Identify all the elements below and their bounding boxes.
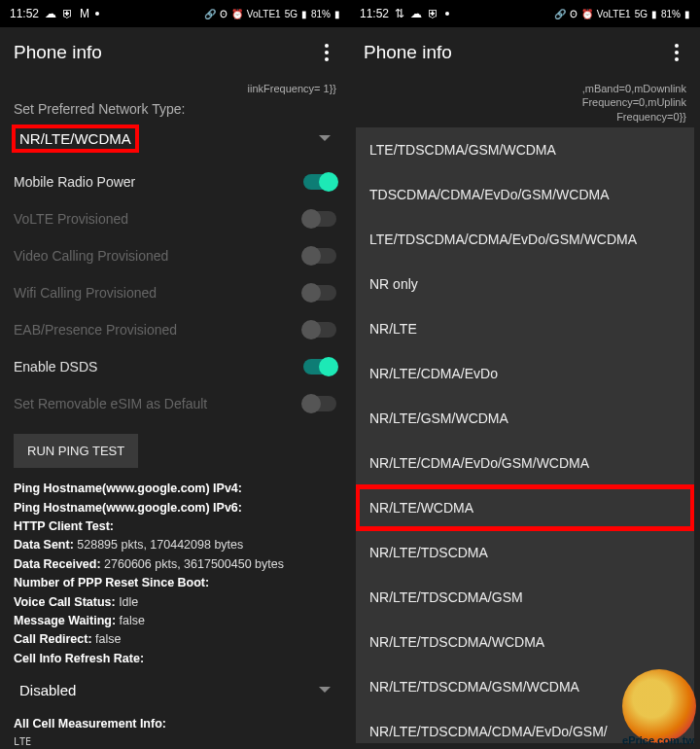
network-type-option[interactable]: NR only <box>356 262 694 306</box>
status-time: 11:52 <box>10 7 39 20</box>
mail-icon: M <box>80 7 89 20</box>
network-type-option[interactable]: NR/LTE/CDMA/EvDo <box>356 351 694 396</box>
status-time: 11:52 <box>360 7 389 20</box>
toggle-row: Enable DSDS <box>14 348 336 385</box>
data-recv-label: Data Received: <box>14 557 101 571</box>
toggle-switch <box>303 285 336 301</box>
chevron-down-icon <box>319 135 331 141</box>
network-type-option[interactable]: NR/LTE/TDSCDMA/GSM <box>356 575 694 620</box>
voice-call-status-value: Idle <box>116 595 139 609</box>
toggle-switch <box>303 396 336 411</box>
toggle-row: Wifi Calling Provisioned <box>14 274 336 311</box>
status-bar: 11:52 ☁ ⛨ M 🔗 ʘ ⏰ VoLTE1 5G ▮ 81% ▮ <box>0 0 350 27</box>
cat-icon: ʘ <box>570 9 578 19</box>
app-bar: Phone info <box>0 27 350 78</box>
toggle-label: VoLTE Provisioned <box>14 211 128 227</box>
toggle-row: VoLTE Provisioned <box>14 200 336 237</box>
notif-dot-icon <box>445 12 449 16</box>
alarm-icon: ⏰ <box>231 9 243 19</box>
battery-icon: ▮ <box>334 9 340 19</box>
right-panel: 11:52 ⇅ ☁ ⛨ 🔗 ʘ ⏰ VoLTE1 5G ▮ 81% ▮ Phon… <box>350 0 700 749</box>
pref-network-dropdown[interactable]: NR/LTE/WCDMA <box>14 121 336 156</box>
msg-waiting-label: Message Waiting: <box>14 614 116 627</box>
pref-network-label: Set Preferred Network Type: <box>14 101 336 117</box>
toggle-switch[interactable] <box>303 359 336 374</box>
voice-call-status-label: Voice Call Status: <box>14 595 116 609</box>
data-sent-label: Data Sent: <box>14 538 74 552</box>
toggle-label: Mobile Radio Power <box>14 174 135 190</box>
toggle-switch[interactable] <box>303 174 336 190</box>
volte-icon: VoLTE1 <box>247 9 281 19</box>
more-vert-icon[interactable] <box>317 36 336 69</box>
content-scroll[interactable]: iinkFrequency= 1}} Set Preferred Network… <box>0 78 350 749</box>
refresh-rate-dropdown[interactable]: Disabled <box>14 672 336 707</box>
overflow-text: ,mBand=0,mDownlink Frequency=0,mUplink F… <box>350 82 700 124</box>
cloud-icon: ☁ <box>45 7 56 20</box>
data-sent-value: 528895 pkts, 170442098 bytes <box>74 538 243 552</box>
call-redirect-value: false <box>92 632 122 646</box>
battery-icon: ▮ <box>684 9 690 19</box>
cat-icon: ʘ <box>220 9 228 19</box>
updown-icon: ⇅ <box>395 7 404 20</box>
cell-measurement-table: LTE SRV MCC MNC TAC CID PCI EARFCN BW RS… <box>14 735 336 749</box>
notif-dot-icon <box>95 12 99 16</box>
ping-v4-label: Ping Hostname(www.google.com) IPv4: <box>14 482 242 495</box>
shield-icon: ⛨ <box>428 7 439 20</box>
refresh-rate-label: Cell Info Refresh Rate: <box>14 652 144 665</box>
toggle-label: Wifi Calling Provisioned <box>14 285 157 301</box>
toggle-switch <box>303 248 336 264</box>
run-ping-button[interactable]: RUN PING TEST <box>14 434 138 468</box>
more-vert-icon[interactable] <box>667 36 686 69</box>
toggle-label: EAB/Presence Provisioned <box>14 322 177 338</box>
toggle-switch <box>303 322 336 338</box>
toggle-label: Enable DSDS <box>14 359 97 374</box>
msg-waiting-value: false <box>116 614 145 627</box>
signal-bars-icon: ▮ <box>651 9 657 19</box>
data-recv-value: 2760606 pkts, 3617500450 bytes <box>101 557 284 571</box>
chevron-down-icon <box>319 687 331 693</box>
network-type-option[interactable]: LTE/TDSCDMA/GSM/WCDMA <box>356 127 694 172</box>
signal-5g-icon: 5G <box>635 9 648 19</box>
ping-v6-label: Ping Hostname(www.google.com) IPv6: <box>14 501 242 515</box>
page-title: Phone info <box>364 42 452 63</box>
network-type-option[interactable]: NR/LTE/CDMA/EvDo/GSM/WCDMA <box>356 441 694 485</box>
network-type-option[interactable]: NR/LTE/GSM/WCDMA <box>356 396 694 441</box>
battery-text: 81% <box>311 9 331 19</box>
network-type-list[interactable]: LTE/TDSCDMA/GSM/WCDMATDSCDMA/CDMA/EvDo/G… <box>356 127 694 743</box>
signal-5g-icon: 5G <box>285 9 298 19</box>
network-type-option[interactable]: TDSCDMA/CDMA/EvDo/GSM/WCDMA <box>356 172 694 217</box>
toggle-switch <box>303 211 336 227</box>
call-redirect-label: Call Redirect: <box>14 632 92 646</box>
network-type-option[interactable]: LTE/TDSCDMA/CDMA/EvDo/GSM/WCDMA <box>356 217 694 262</box>
signal-bars-icon: ▮ <box>301 9 307 19</box>
refresh-rate-value: Disabled <box>14 678 82 702</box>
toggle-label: Video Calling Provisioned <box>14 248 168 264</box>
network-type-option[interactable]: NR/LTE/TDSCDMA/WCDMA <box>356 620 694 664</box>
status-bar: 11:52 ⇅ ☁ ⛨ 🔗 ʘ ⏰ VoLTE1 5G ▮ 81% ▮ <box>350 0 700 27</box>
all-cell-info-label: All Cell Measurement Info: <box>14 717 166 731</box>
overflow-text: iinkFrequency= 1}} <box>14 82 336 95</box>
cloud-icon: ☁ <box>410 7 422 20</box>
toggle-row: Mobile Radio Power <box>14 163 336 200</box>
toggle-row: Set Removable eSIM as Default <box>14 385 336 422</box>
ppp-reset-label: Number of PPP Reset Since Boot: <box>14 576 209 589</box>
pref-network-value: NR/LTE/WCDMA <box>14 126 137 151</box>
page-title: Phone info <box>14 42 102 63</box>
link-icon: 🔗 <box>204 9 216 19</box>
shield-icon: ⛨ <box>62 7 74 20</box>
watermark-logo <box>622 669 696 743</box>
left-panel: 11:52 ☁ ⛨ M 🔗 ʘ ⏰ VoLTE1 5G ▮ 81% ▮ Phon… <box>0 0 350 749</box>
http-test-label: HTTP Client Test: <box>14 519 114 533</box>
toggle-row: Video Calling Provisioned <box>14 237 336 274</box>
battery-text: 81% <box>661 9 681 19</box>
watermark-text: ePrice.com.tw <box>622 734 694 746</box>
alarm-icon: ⏰ <box>581 9 593 19</box>
link-icon: 🔗 <box>554 9 566 19</box>
network-type-option[interactable]: NR/LTE/WCDMA <box>356 485 694 530</box>
network-type-option[interactable]: NR/LTE <box>356 306 694 351</box>
toggle-row: EAB/Presence Provisioned <box>14 311 336 348</box>
network-type-option[interactable]: NR/LTE/TDSCDMA <box>356 530 694 575</box>
app-bar: Phone info <box>350 27 700 78</box>
volte-icon: VoLTE1 <box>597 9 631 19</box>
toggle-label: Set Removable eSIM as Default <box>14 396 207 411</box>
